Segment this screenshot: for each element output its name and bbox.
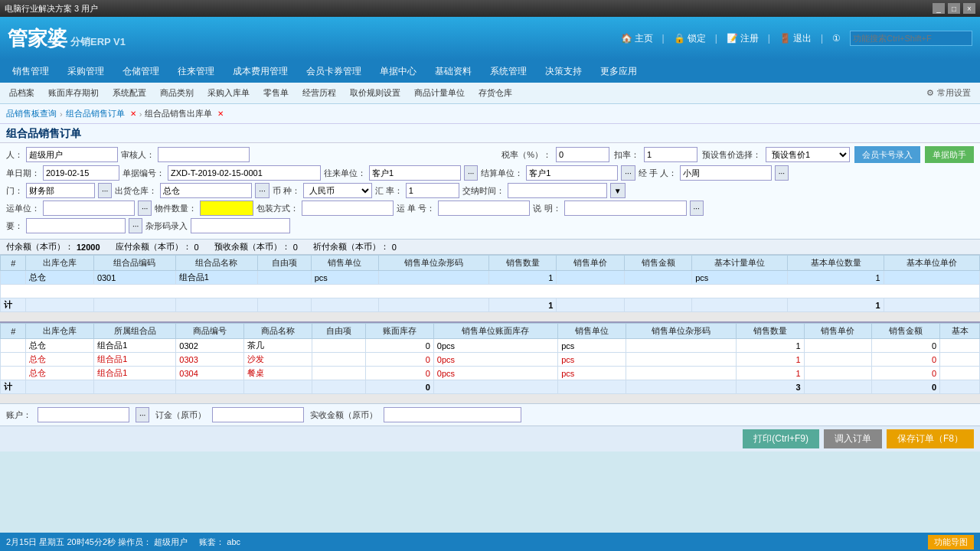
ship-input[interactable] <box>43 201 135 216</box>
dept-label: 门： <box>6 185 23 197</box>
print-btn[interactable]: 打印(Ctrl+F9) <box>743 429 819 448</box>
handler-btn[interactable]: ··· <box>775 165 789 181</box>
help-map-btn[interactable]: 功能导图 <box>928 535 974 549</box>
pre-receive-value: 0 <box>293 243 298 252</box>
sec-warehouse[interactable]: 存货仓库 <box>472 85 518 101</box>
note-btn[interactable]: ··· <box>690 201 704 216</box>
exit-icon[interactable]: 🚪 退出 <box>779 32 812 45</box>
breadcrumb-item-2[interactable]: 组合品销售订单 <box>66 108 125 119</box>
register-icon[interactable]: 📝 注册 <box>727 32 759 45</box>
top-scrollbar[interactable] <box>0 312 980 321</box>
table-row[interactable]: 总仓 0301 组合品1 pcs 1 pcs 1 <box>1 271 980 285</box>
date-input[interactable] <box>43 165 119 181</box>
ship-no-input[interactable] <box>438 201 530 216</box>
nav-system[interactable]: 系统管理 <box>481 62 536 81</box>
sec-category[interactable]: 商品类别 <box>154 85 200 101</box>
tax-rate-input[interactable] <box>556 147 609 162</box>
lock-icon[interactable]: 🔒 锁定 <box>674 32 706 45</box>
note-label: 说 明： <box>533 203 560 214</box>
import-btn[interactable]: 调入订单 <box>824 429 882 448</box>
table-row[interactable]: 总仓 组合品1 0303 沙发 0 0pcs pcs 1 0 <box>1 353 980 367</box>
nav-transactions[interactable]: 往来管理 <box>168 62 224 81</box>
sec-unit[interactable]: 商品计量单位 <box>408 85 471 101</box>
header-search-input[interactable] <box>850 31 972 46</box>
member-card-btn[interactable]: 会员卡号录入 <box>854 146 920 163</box>
info-icon[interactable]: ① <box>832 33 841 44</box>
dept-btn[interactable]: ··· <box>98 183 112 198</box>
sec-account-init[interactable]: 账面库存期初 <box>42 85 105 101</box>
note-input[interactable] <box>564 201 687 216</box>
to-unit-btn[interactable]: ··· <box>464 165 478 181</box>
app-logo: 管家婆 分销ERP V1 <box>8 25 126 52</box>
nav-bills[interactable]: 单据中心 <box>371 62 426 81</box>
bcol-warehouse: 出库仓库 <box>26 324 94 339</box>
currency-select[interactable]: 人民币 <box>303 183 372 198</box>
bcol-sale-qty: 销售数量 <box>736 324 804 339</box>
secondary-nav: 品档案 账面库存期初 系统配置 商品类别 采购入库单 零售单 经营历程 取价规则… <box>0 83 980 104</box>
order-input[interactable] <box>212 407 304 422</box>
minimize-btn[interactable]: _ <box>933 3 945 14</box>
ship-btn[interactable]: ··· <box>138 201 152 216</box>
form-row-4: 运单位： ··· 物件数量： 包装方式： 运 单 号： 说 明： ··· <box>6 201 974 216</box>
bill-no-label: 单据编号： <box>122 168 165 179</box>
received-input[interactable] <box>384 407 521 422</box>
dept-input[interactable] <box>26 183 95 198</box>
table-row[interactable]: 总仓 组合品1 0304 餐桌 0 0pcs pcs 1 0 <box>1 367 980 380</box>
remark-input[interactable] <box>26 218 126 233</box>
user-label: 人： <box>6 149 23 161</box>
sec-purchase-in[interactable]: 采购入库单 <box>201 85 256 101</box>
breadcrumb-item-1[interactable]: 品销售板查询 <box>6 108 57 119</box>
status-info: 2月15日 星期五 20时45分2秒 操作员： 超级用户 账套： abc <box>6 536 240 548</box>
sec-history[interactable]: 经营历程 <box>296 85 342 101</box>
col-base-qty: 基本单位数量 <box>788 256 884 271</box>
auditor-input[interactable] <box>158 147 250 162</box>
remark-btn[interactable]: ··· <box>129 218 142 233</box>
title-bar-controls[interactable]: _ □ × <box>933 3 975 14</box>
nav-basic[interactable]: 基础资料 <box>426 62 481 81</box>
save-btn[interactable]: 保存订单（F8） <box>887 429 974 448</box>
trade-time-btn[interactable]: ▼ <box>610 183 626 198</box>
to-unit-input[interactable] <box>369 165 461 181</box>
account-btn[interactable]: ··· <box>136 407 149 422</box>
nav-cost[interactable]: 成本费用管理 <box>224 62 297 81</box>
price-select[interactable]: 预设售价1 <box>766 147 850 162</box>
sec-config[interactable]: 系统配置 <box>106 85 152 101</box>
sec-retail[interactable]: 零售单 <box>257 85 295 101</box>
bill-no-input[interactable] <box>168 165 321 181</box>
settings-button[interactable]: ⚙ 常用设置 <box>920 85 977 101</box>
account-input[interactable] <box>38 407 129 422</box>
table-row[interactable]: 总仓 组合品1 0302 茶几 0 0pcs pcs 1 0 <box>1 339 980 353</box>
handler-input[interactable] <box>680 165 772 181</box>
maximize-btn[interactable]: □ <box>948 3 960 14</box>
nav-purchase[interactable]: 采购管理 <box>58 62 113 81</box>
pre-pay-value: 0 <box>392 243 397 252</box>
tab-close-2[interactable]: ✕ <box>130 109 136 118</box>
pack-input[interactable] <box>302 201 394 216</box>
discount-input[interactable] <box>644 147 697 162</box>
user-input[interactable] <box>26 147 118 162</box>
tax-rate-label: 税率（%）： <box>501 149 551 161</box>
nav-warehouse[interactable]: 仓储管理 <box>113 62 168 81</box>
breadcrumb-item-3: 组合品销售出库单 <box>145 108 212 119</box>
close-btn[interactable]: × <box>963 3 975 14</box>
tab-close-3[interactable]: ✕ <box>217 109 224 118</box>
trade-time-input[interactable] <box>508 183 607 198</box>
warehouse-btn[interactable]: ··· <box>255 183 269 198</box>
form-area: 人： 审核人： 税率（%）： 扣率： 预设售价选择： 预设售价1 会员卡号录入 … <box>0 143 980 240</box>
settle-unit-input[interactable] <box>526 165 618 181</box>
nav-sales[interactable]: 销售管理 <box>3 62 58 81</box>
bottom-scrollbar[interactable] <box>0 394 980 403</box>
home-icon[interactable]: 🏠 主页 <box>621 32 653 45</box>
sec-price-rules[interactable]: 取价规则设置 <box>344 85 407 101</box>
count-input[interactable] <box>200 201 253 216</box>
warehouse-input[interactable] <box>160 183 252 198</box>
barcode-input[interactable] <box>191 218 290 233</box>
assist-btn[interactable]: 单据助手 <box>925 146 974 163</box>
settle-unit-btn[interactable]: ··· <box>621 165 635 181</box>
nav-more[interactable]: 更多应用 <box>591 62 646 81</box>
rate-input[interactable] <box>406 183 459 198</box>
barcode-label: 杂形码录入 <box>145 220 188 232</box>
sec-product-file[interactable]: 品档案 <box>3 85 41 101</box>
nav-member[interactable]: 会员卡券管理 <box>297 62 371 81</box>
nav-decision[interactable]: 决策支持 <box>536 62 591 81</box>
